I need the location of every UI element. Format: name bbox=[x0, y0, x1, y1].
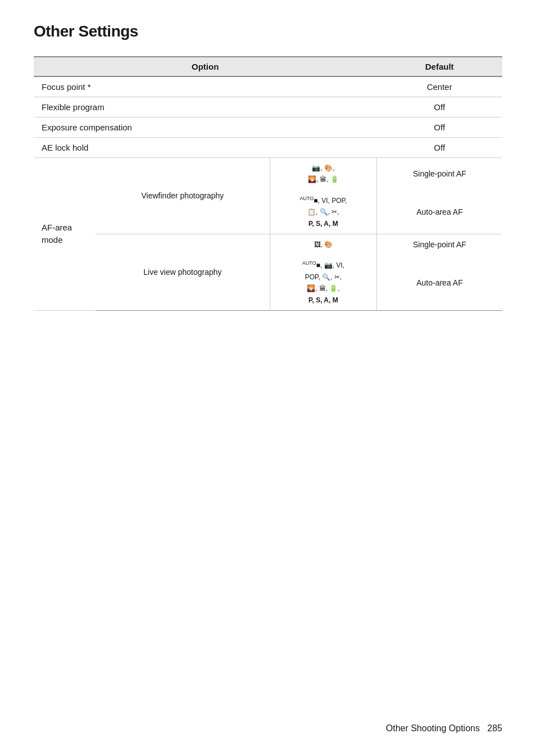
table-row: Focus point * Center bbox=[34, 76, 502, 97]
af-area-label: AF-areamode bbox=[34, 158, 96, 311]
viewfinder-label: Viewfinder photography bbox=[96, 158, 270, 234]
default-value: Off bbox=[376, 138, 502, 158]
option-label: AE lock hold bbox=[34, 138, 376, 158]
default-value: Off bbox=[376, 97, 502, 117]
footer-page: 285 bbox=[487, 723, 502, 733]
table-row: Live view photography 🖼, 🎨 Single-point … bbox=[34, 234, 502, 255]
liveview-default-2: Auto-area AF bbox=[376, 255, 502, 310]
table-row: Flexible program Off bbox=[34, 97, 502, 117]
viewfinder-default-1: Single-point AF bbox=[376, 158, 502, 190]
viewfinder-icons-1: 📷, 🎨,🌄, 🏛, 🔋 bbox=[270, 158, 376, 190]
col-header-option: Option bbox=[34, 57, 376, 76]
footer-label: Other Shooting Options bbox=[386, 723, 480, 733]
liveview-icons-1: 🖼, 🎨 bbox=[270, 234, 376, 255]
liveview-icons-2: AUTO■, 📷, VI,POP, 🔍, ✂,🌄, 🏛, 🔋,P, S, A, … bbox=[270, 255, 376, 310]
table-row: AF-areamode Viewfinder photography 📷, 🎨,… bbox=[34, 158, 502, 190]
viewfinder-icons-2: AUTO■, VI, POP,📋, 🔍, ✂,P, S, A, M bbox=[270, 190, 376, 234]
default-value: Center bbox=[376, 76, 502, 97]
col-header-default: Default bbox=[376, 57, 502, 76]
table-row: AE lock hold Off bbox=[34, 138, 502, 158]
settings-table: Option Default Focus point * Center Flex… bbox=[34, 56, 502, 311]
option-label: Exposure compensation bbox=[34, 117, 376, 138]
footer: Other Shooting Options 285 bbox=[386, 723, 502, 734]
liveview-default-1: Single-point AF bbox=[376, 234, 502, 255]
viewfinder-default-2: Auto-area AF bbox=[376, 190, 502, 234]
option-label: Flexible program bbox=[34, 97, 376, 117]
page-title: Other Settings bbox=[34, 22, 502, 40]
option-label: Focus point * bbox=[34, 76, 376, 97]
default-value: Off bbox=[376, 117, 502, 138]
table-row: Exposure compensation Off bbox=[34, 117, 502, 138]
liveview-label: Live view photography bbox=[96, 234, 270, 310]
